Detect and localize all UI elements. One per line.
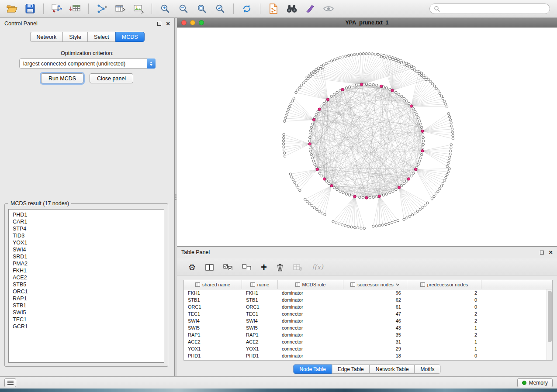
import-table-button[interactable] [68,2,83,15]
column-header-name[interactable]: name [242,280,278,289]
tab-node-table[interactable]: Node Table [293,364,332,374]
network-graph [177,28,557,246]
table-tabs: Node Table Edge Table Network Table Moti… [293,364,440,374]
tab-edge-table[interactable]: Edge Table [332,364,370,374]
table-cell-successor-nodes: 43 [343,324,407,331]
close-panel-button[interactable]: Close panel [90,73,133,83]
column-header-shared-name[interactable]: shared name [184,280,242,289]
mcds-result-item[interactable]: FKH1 [9,267,164,274]
tab-mcds[interactable]: MCDS [115,32,145,42]
zoom-fit-button[interactable] [194,2,209,15]
clone-network-button[interactable] [266,2,281,15]
import-network-button[interactable] [49,2,64,15]
status-bar: Memory [0,376,557,389]
table-row[interactable]: SWI4SWI4dominator462 [184,317,552,324]
table-row[interactable]: YOX1YOX1connector291 [184,345,552,352]
float-panel-icon[interactable] [157,22,161,26]
zoom-selected-button[interactable] [213,2,228,15]
mcds-result-list[interactable]: PHD1CAR1STP4TID3YOX1SWI4SRD1PMA2FKH1ACE2… [8,209,164,363]
tab-network-table[interactable]: Network Table [370,364,415,374]
close-table-panel-icon[interactable]: × [549,250,553,254]
table-row[interactable]: ORC1ORC1dominator610 [184,303,552,310]
column-header-predecessor-nodes[interactable]: predecessor nodes [407,280,481,289]
mcds-result-item[interactable]: ORC1 [9,288,164,295]
tab-motifs[interactable]: Motifs [415,364,441,374]
table-cell-mcds-role: dominator [278,352,343,359]
toolbar-separator [43,3,44,14]
mcds-result-item[interactable]: PHD1 [9,211,164,218]
mcds-result-item[interactable]: GCR1 [9,323,164,330]
table-row[interactable]: RAP1RAP1dominator352 [184,331,552,338]
mcds-result-item[interactable]: STP4 [9,225,164,232]
mcds-result-item[interactable]: SWI5 [9,309,164,316]
table-settings-icon[interactable]: ⚙ [188,263,196,272]
tab-style[interactable]: Style [62,32,88,42]
search-box[interactable] [429,3,550,14]
node-table: shared name name MCDS role successor nod… [183,280,553,361]
zoom-out-icon [178,3,189,14]
eye-icon [323,5,334,13]
column-header-successor-nodes[interactable]: successor nodes [343,280,407,289]
column-header-mcds-role[interactable]: MCDS role [278,280,343,289]
mcds-result-item[interactable]: PMA2 [9,260,164,267]
apply-layout-button[interactable] [239,2,254,15]
mcds-result-item[interactable]: CAR1 [9,218,164,225]
mcds-result-item[interactable]: STB5 [9,281,164,288]
zoom-in-button[interactable] [158,2,173,15]
task-history-button[interactable] [4,378,16,387]
mcds-result-item[interactable]: STB1 [9,302,164,309]
table-cell-name: YOX1 [242,345,278,352]
tab-network[interactable]: Network [30,32,63,42]
table-cell-successor-nodes: 35 [343,331,407,338]
table-row[interactable]: ACE2ACE2connector311 [184,338,552,345]
table-panel-title: Table Panel [181,249,210,255]
network-window-titlebar[interactable]: YPA_prune.txt_1 [177,18,557,28]
node-table-body: FKH1FKH1dominator962STB1STB1dominator620… [184,289,552,359]
table-cell-name: ACE2 [242,338,278,345]
scrollbar-thumb[interactable] [548,291,552,342]
network-canvas[interactable] [177,28,557,246]
show-columns-icon[interactable] [205,264,214,271]
mcds-result-item[interactable]: TEC1 [9,316,164,323]
delete-icon[interactable] [277,263,284,272]
export-image-button[interactable] [131,2,146,15]
table-row[interactable]: STB1STB1dominator620 [184,296,552,303]
mcds-result-item[interactable]: SWI4 [9,246,164,253]
mcds-result-item[interactable]: YOX1 [9,239,164,246]
close-control-panel-icon[interactable]: × [166,21,170,26]
control-panel-header: Control Panel × [0,18,174,29]
mcds-result-item[interactable]: TID3 [9,232,164,239]
criterion-select[interactable]: largest connected component (undirected) [19,58,156,69]
table-cell-shared-name: STB1 [184,296,242,303]
new-network-button[interactable] [94,2,109,15]
mcds-result-item[interactable]: ACE2 [9,274,164,281]
zoom-out-button[interactable] [176,2,191,15]
style-preview-button[interactable] [303,2,318,15]
mcds-result-item[interactable]: RAP1 [9,295,164,302]
control-panel-tabs: Network Style Select MCDS [30,32,144,42]
add-column-icon[interactable]: + [261,263,267,272]
table-cell-shared-name: RAP1 [184,331,242,338]
import-network-icon [51,4,62,14]
search-input[interactable] [442,6,546,12]
tab-select[interactable]: Select [87,32,116,42]
float-table-panel-icon[interactable] [540,251,544,254]
save-session-button[interactable] [23,2,38,15]
open-folder-icon [7,4,17,13]
table-row[interactable]: SWI5SWI5connector431 [184,324,552,331]
new-table-button[interactable] [113,2,128,15]
refresh-layout-icon [242,3,252,14]
memory-button[interactable]: Memory [517,378,553,387]
deselect-all-icon[interactable] [242,264,251,271]
find-button[interactable] [284,2,299,15]
table-row[interactable]: PHD1PHD1dominator180 [184,352,552,359]
select-all-icon[interactable] [223,264,232,271]
open-session-button[interactable] [4,2,19,15]
table-cell-mcds-role: dominator [278,303,343,310]
run-mcds-button[interactable]: Run MCDS [41,73,83,83]
table-row[interactable]: TEC1TEC1connector472 [184,310,552,317]
show-hide-button[interactable] [321,2,336,15]
mcds-result-item[interactable]: SRD1 [9,253,164,260]
table-row[interactable]: FKH1FKH1dominator962 [184,289,552,296]
table-scrollbar[interactable] [547,289,552,360]
